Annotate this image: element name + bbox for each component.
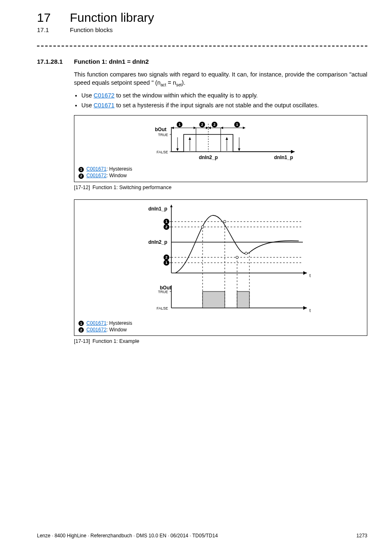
svg-text:dnIn2_p: dnIn2_p xyxy=(148,239,167,245)
list-text: to set a hysteresis if the input signals… xyxy=(115,102,319,109)
svg-text:2: 2 xyxy=(165,255,167,259)
list-text: to set the window within which the equal… xyxy=(115,92,258,99)
body-text: ). xyxy=(182,79,185,86)
svg-text:bOut: bOut xyxy=(155,127,166,132)
link-c01671[interactable]: C01671 xyxy=(94,102,115,109)
legend-text: : Hysteresis xyxy=(106,166,132,172)
svg-text:t: t xyxy=(309,308,311,313)
figure-1-caption: [17-12]Function 1: Switching performance xyxy=(74,185,367,190)
figure-tag: [17-12] xyxy=(74,185,90,190)
svg-text:FALSE: FALSE xyxy=(157,306,168,310)
svg-text:2: 2 xyxy=(201,123,203,127)
legend-text: : Window xyxy=(106,327,127,333)
svg-text:1: 1 xyxy=(165,220,167,224)
figure-tag: [17-13] xyxy=(74,338,90,344)
figure-caption-text: Function 1: Example xyxy=(92,338,139,344)
svg-point-57 xyxy=(201,226,204,228)
body-list: Use C01672 to set the window within whic… xyxy=(74,92,367,109)
legend-text: : Hysteresis xyxy=(106,320,132,326)
link-c001672[interactable]: C001672 xyxy=(86,173,106,178)
footer-left: Lenze · 8400 HighLine · Referenzhandbuch… xyxy=(37,533,218,539)
figure-1-legend: 1 C001671: Hysteresis 2 C001672: Window xyxy=(78,166,363,179)
body-paragraph: This function compares two signals with … xyxy=(74,71,367,88)
svg-text:1: 1 xyxy=(178,123,180,127)
figure-2-caption: [17-13]Function 1: Example xyxy=(74,338,367,344)
svg-rect-68 xyxy=(203,291,225,308)
figure-caption-text: Function 1: Switching performance xyxy=(92,185,171,190)
chapter-title: Function library xyxy=(70,11,154,25)
svg-point-58 xyxy=(224,220,226,223)
list-text: Use xyxy=(81,102,94,109)
svg-text:1: 1 xyxy=(236,123,238,127)
svg-text:dnIn1_p: dnIn1_p xyxy=(148,206,167,212)
link-c001672[interactable]: C001672 xyxy=(86,327,106,333)
body-sub: set xyxy=(176,82,182,87)
list-text: Use xyxy=(81,92,94,99)
footer-page-number: 1273 xyxy=(356,533,367,539)
list-item: Use C01671 to set a hysteresis if the in… xyxy=(81,102,367,110)
svg-text:TRUE: TRUE xyxy=(158,133,168,137)
svg-text:t: t xyxy=(309,273,311,278)
svg-text:2: 2 xyxy=(213,123,215,127)
body-sub: act xyxy=(161,82,166,87)
figure-1-svg: TRUE FALSE bOut 1 xyxy=(122,119,319,164)
section-number: 17.1 xyxy=(37,26,70,33)
svg-text:TRUE: TRUE xyxy=(158,290,168,294)
subsection-title: Function 1: dnIn1 = dnIn2 xyxy=(74,58,149,65)
subsection-number: 17.1.28.1 xyxy=(37,58,74,65)
svg-text:dnIn1_p: dnIn1_p xyxy=(274,155,293,160)
legend-text: : Window xyxy=(106,173,127,178)
section-title: Function blocks xyxy=(70,26,113,33)
svg-text:2: 2 xyxy=(165,225,167,229)
figure-1-frame: TRUE FALSE bOut 1 xyxy=(74,115,367,182)
chapter-number: 17 xyxy=(37,11,70,25)
body-text: = n xyxy=(166,79,176,86)
link-c001671[interactable]: C001671 xyxy=(86,320,106,326)
svg-rect-69 xyxy=(237,291,249,308)
svg-text:FALSE: FALSE xyxy=(157,150,168,154)
svg-point-59 xyxy=(236,256,238,259)
figure-2-frame: t dnIn1_p dnIn2_p 1 2 2 1 xyxy=(74,199,367,336)
svg-point-60 xyxy=(245,252,247,254)
list-item: Use C01672 to set the window within whic… xyxy=(81,92,367,100)
figure-2-svg: t dnIn1_p dnIn2_p 1 2 2 1 xyxy=(114,203,327,318)
link-c001671[interactable]: C001671 xyxy=(86,166,106,172)
link-c01672[interactable]: C01672 xyxy=(94,92,115,99)
figure-2-legend: 1 C001671: Hysteresis 2 C001672: Window xyxy=(78,320,363,333)
svg-text:1: 1 xyxy=(165,261,167,265)
separator xyxy=(37,46,367,46)
body-text: This function compares two signals with … xyxy=(74,71,367,86)
svg-text:dnIn2_p: dnIn2_p xyxy=(199,155,218,160)
